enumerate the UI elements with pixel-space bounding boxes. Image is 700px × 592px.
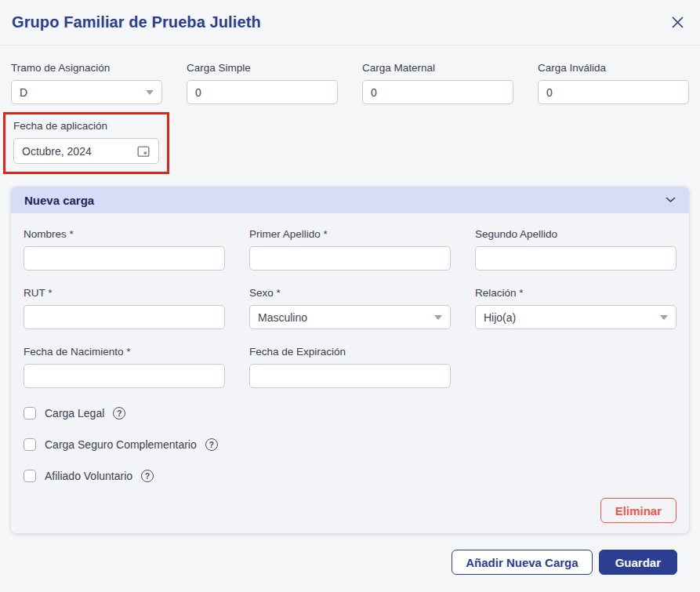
relacion-value: Hijo(a) (484, 311, 654, 324)
tramo-asignacion-value: D (20, 86, 140, 99)
carga-invalida-label: Carga Inválida (538, 62, 689, 74)
nombres-label: Nombres * (24, 228, 225, 240)
chevron-down-icon (146, 90, 154, 95)
calendar-icon (136, 144, 151, 158)
sexo-label: Sexo * (249, 287, 451, 299)
dialog-content: Tramo de Asignación D Carga Simple Carga… (0, 62, 700, 575)
primer-apellido-input[interactable] (249, 246, 451, 271)
panel-row-rut-sexo-relacion: RUT * Sexo * Masculino Relación * Hijo(a… (24, 287, 676, 329)
checkbox-row-carga-seguro: Carga Seguro Complementario ? (24, 438, 676, 451)
rut-label: RUT * (24, 287, 225, 299)
chevron-down-icon (434, 315, 442, 320)
tramo-asignacion-label: Tramo de Asignación (11, 62, 162, 74)
checkbox-row-afiliado-voluntario: Afiliado Voluntario ? (24, 470, 676, 482)
carga-simple-label: Carga Simple (187, 62, 338, 74)
fecha-expiracion-input[interactable] (249, 364, 451, 388)
nueva-carga-panel-header[interactable]: Nueva carga (11, 187, 689, 213)
field-carga-simple: Carga Simple (187, 62, 338, 104)
carga-maternal-label: Carga Maternal (362, 62, 513, 74)
dialog-title: Grupo Familiar de Prueba Julieth (12, 13, 261, 31)
sexo-select[interactable]: Masculino (249, 305, 451, 329)
guardar-button[interactable]: Guardar (599, 550, 677, 575)
field-rut: RUT * (24, 287, 225, 329)
checkbox-row-carga-legal: Carga Legal ? (24, 407, 676, 419)
carga-invalida-input[interactable] (538, 80, 689, 104)
question-mark-icon[interactable]: ? (141, 470, 154, 482)
field-fecha-expiracion: Fecha de Expiración (249, 346, 451, 388)
anadir-nueva-carga-button[interactable]: Añadir Nueva Carga (452, 550, 592, 575)
fecha-aplicacion-datepicker[interactable]: Octubre, 2024 (13, 138, 159, 164)
red-highlight-box: Fecha de aplicación Octubre, 2024 (3, 112, 169, 174)
nueva-carga-panel: Nueva carga Nombres * Primer Apellido * (11, 187, 689, 533)
question-mark-icon[interactable]: ? (205, 438, 218, 451)
fecha-nacimiento-input[interactable] (24, 364, 225, 388)
primer-apellido-label: Primer Apellido * (249, 228, 451, 240)
tramo-asignacion-select[interactable]: D (11, 80, 162, 104)
carga-legal-checkbox[interactable] (24, 407, 36, 419)
carga-simple-input[interactable] (187, 80, 338, 104)
close-x-icon (671, 16, 684, 29)
fecha-expiracion-label: Fecha de Expiración (249, 346, 451, 358)
fecha-nacimiento-label: Fecha de Nacimiento * (24, 346, 225, 358)
relacion-select[interactable]: Hijo(a) (475, 305, 676, 329)
relacion-label: Relación * (475, 287, 676, 299)
top-fields-row: Tramo de Asignación D Carga Simple Carga… (11, 62, 689, 104)
segundo-apellido-label: Segundo Apellido (475, 228, 676, 240)
carga-legal-label: Carga Legal (45, 407, 104, 419)
carga-seguro-complementario-checkbox[interactable] (24, 438, 36, 451)
nueva-carga-panel-body: Nombres * Primer Apellido * Segundo Apel… (11, 213, 689, 533)
segundo-apellido-input[interactable] (475, 246, 676, 271)
chevron-down-icon (660, 315, 668, 320)
field-fecha-nacimiento: Fecha de Nacimiento * (24, 346, 225, 388)
chevron-down-icon[interactable] (666, 197, 676, 203)
field-nombres: Nombres * (24, 228, 225, 271)
nueva-carga-panel-title: Nueva carga (24, 194, 94, 207)
close-button[interactable] (668, 13, 687, 32)
dialog-footer: Añadir Nueva Carga Guardar (11, 533, 689, 575)
empty-cell (475, 346, 676, 388)
afiliado-voluntario-checkbox[interactable] (24, 470, 36, 482)
carga-maternal-input[interactable] (362, 80, 513, 104)
sexo-value: Masculino (258, 311, 428, 324)
field-carga-maternal: Carga Maternal (362, 62, 513, 104)
field-sexo: Sexo * Masculino (249, 287, 451, 329)
nombres-input[interactable] (24, 246, 225, 271)
field-carga-invalida: Carga Inválida (538, 62, 689, 104)
dialog-header: Grupo Familiar de Prueba Julieth (0, 0, 700, 45)
fecha-aplicacion-value: Octubre, 2024 (22, 145, 136, 158)
rut-input[interactable] (24, 305, 225, 329)
eliminar-button-row: Eliminar (24, 498, 676, 523)
field-relacion: Relación * Hijo(a) (475, 287, 676, 329)
afiliado-voluntario-label: Afiliado Voluntario (45, 470, 132, 482)
panel-row-dates: Fecha de Nacimiento * Fecha de Expiració… (24, 346, 676, 388)
eliminar-button[interactable]: Eliminar (600, 498, 676, 523)
carga-seguro-complementario-label: Carga Seguro Complementario (45, 438, 197, 451)
fecha-aplicacion-label: Fecha de aplicación (13, 120, 159, 132)
field-primer-apellido: Primer Apellido * (249, 228, 451, 271)
question-mark-icon[interactable]: ? (113, 407, 125, 419)
panel-row-names: Nombres * Primer Apellido * Segundo Apel… (24, 228, 676, 271)
field-segundo-apellido: Segundo Apellido (475, 228, 676, 271)
field-tramo-asignacion: Tramo de Asignación D (11, 62, 162, 104)
